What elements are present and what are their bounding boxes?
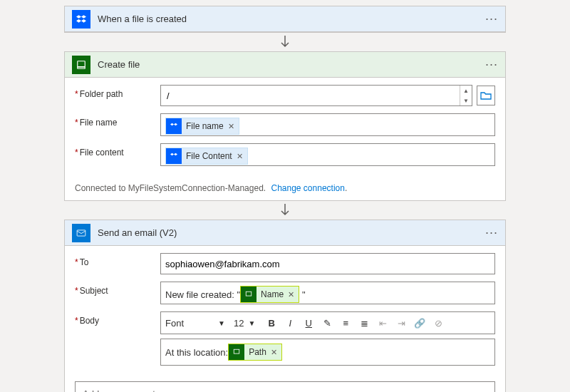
- trigger-card: When a file is created ···: [64, 6, 506, 33]
- create-file-menu-button[interactable]: ···: [485, 57, 498, 72]
- svg-rect-0: [78, 61, 86, 66]
- trigger-title: When a file is created: [98, 14, 478, 24]
- create-file-card: Create file ··· *Folder path ▲▼ *File na…: [64, 51, 506, 201]
- svg-rect-3: [246, 292, 252, 296]
- folder-path-input[interactable]: ▲▼: [160, 85, 472, 106]
- browse-folder-button[interactable]: [477, 86, 495, 105]
- body-label: *Body: [75, 311, 160, 326]
- outdent-button[interactable]: ⇤: [375, 315, 390, 331]
- highlight-button[interactable]: ✎: [319, 315, 335, 331]
- remove-token-icon[interactable]: ✕: [288, 290, 294, 299]
- file-content-token[interactable]: File Content ✕: [165, 148, 248, 165]
- link-button[interactable]: 🔗: [412, 315, 428, 331]
- dropbox-icon: [72, 10, 90, 29]
- bold-button[interactable]: B: [264, 315, 279, 331]
- remove-token-icon[interactable]: ✕: [237, 152, 243, 161]
- svg-rect-1: [78, 66, 86, 68]
- send-email-card: Send an email (V2) ··· *To *Subject New …: [64, 220, 506, 392]
- trigger-header[interactable]: When a file is created ···: [65, 6, 505, 32]
- italic-button[interactable]: I: [282, 315, 298, 331]
- filesystem-icon: [241, 287, 256, 302]
- folder-path-stepper[interactable]: ▲▼: [460, 86, 472, 105]
- connector-arrow: [280, 201, 290, 220]
- svg-rect-4: [234, 349, 239, 354]
- file-content-input[interactable]: File Content ✕: [160, 143, 495, 166]
- change-connection-link[interactable]: Change connection: [271, 183, 344, 193]
- font-select[interactable]: Font: [165, 318, 215, 329]
- connector-arrow: [280, 33, 290, 51]
- add-parameter-select[interactable]: Add new parameter ⌄: [75, 381, 495, 392]
- folder-path-label: *Folder path: [75, 85, 160, 99]
- send-email-title: Send an email (V2): [98, 227, 478, 238]
- outlook-icon: [72, 224, 90, 242]
- rich-text-toolbar: Font▼ 12▼ B I U ✎ ≡ ≣ ⇤ ⇥ 🔗 ⊘: [160, 311, 495, 334]
- body-input[interactable]: At this location: Path ✕: [160, 339, 495, 366]
- remove-token-icon[interactable]: ✕: [228, 122, 234, 131]
- subject-label: *Subject: [75, 282, 160, 296]
- send-email-menu-button[interactable]: ···: [485, 225, 498, 240]
- file-name-input[interactable]: File name ✕: [160, 113, 495, 136]
- file-content-label: *File content: [75, 143, 160, 158]
- file-name-token[interactable]: File name ✕: [165, 118, 239, 135]
- filesystem-icon: [229, 344, 244, 360]
- svg-rect-2: [77, 229, 86, 235]
- send-email-header[interactable]: Send an email (V2) ···: [65, 220, 505, 246]
- create-file-header[interactable]: Create file ···: [65, 52, 505, 78]
- subject-input[interactable]: New file created: " Name ✕ ": [160, 282, 495, 304]
- trigger-menu-button[interactable]: ···: [485, 11, 498, 26]
- filesystem-icon: [72, 56, 90, 74]
- indent-button[interactable]: ⇥: [393, 315, 409, 331]
- bullet-list-button[interactable]: ≡: [338, 315, 353, 331]
- to-input[interactable]: [160, 253, 495, 274]
- chevron-down-icon: ⌄: [480, 388, 487, 392]
- underline-button[interactable]: U: [301, 315, 316, 331]
- number-list-button[interactable]: ≣: [356, 315, 372, 331]
- dropbox-icon: [166, 118, 182, 134]
- file-name-label: *File name: [75, 113, 160, 128]
- remove-token-icon[interactable]: ✕: [271, 348, 277, 357]
- name-token[interactable]: Name ✕: [240, 286, 299, 303]
- create-file-title: Create file: [98, 59, 478, 70]
- create-file-footer: Connected to MyFileSystemConnection-Mana…: [65, 179, 505, 200]
- to-label: *To: [75, 253, 160, 267]
- dropbox-icon: [166, 148, 182, 164]
- path-token[interactable]: Path ✕: [228, 344, 282, 361]
- unlink-button[interactable]: ⊘: [430, 315, 446, 331]
- size-select[interactable]: 12: [234, 318, 244, 329]
